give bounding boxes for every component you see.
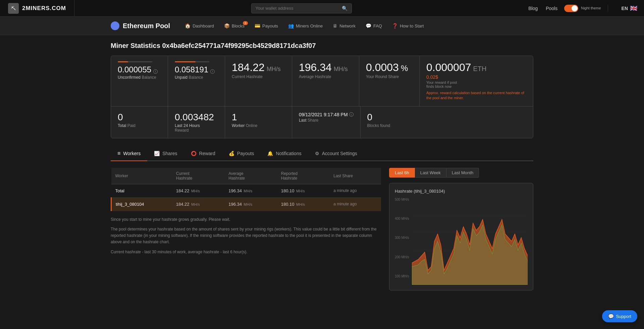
stats-bottom-row: 0 Total Paid 0.003482 Last 24 Hours Rewa… <box>111 107 533 138</box>
miners-icon: 👥 <box>288 23 294 28</box>
stat-blocks-found: 0 Blocks found <box>361 107 421 138</box>
search-input[interactable] <box>256 6 339 11</box>
last-share-label: Last Share <box>299 118 354 123</box>
y-label-200: 200 MH/s <box>395 255 409 259</box>
stat-worker-online: 1 Worker Online <box>225 107 292 138</box>
blocks-found-value: 0 <box>367 112 373 122</box>
average-hashrate-unit: MH/s <box>334 66 348 73</box>
average-total: 196.34 MH/s <box>224 184 277 197</box>
search-box: 🔍 <box>251 3 352 13</box>
lastshare-total: a minute ago <box>329 184 381 197</box>
reward-accent: 0.02$ <box>426 74 526 80</box>
total-paid-value: 0 <box>118 112 123 122</box>
tab-workers[interactable]: ≡ Workers <box>111 146 147 161</box>
tab-payouts[interactable]: 💰 Payouts <box>222 147 261 160</box>
nav-links: Blog Pools <box>528 6 557 11</box>
tabs: ≡ Workers 📈 Shares ⭕ Reward 💰 Payouts 🔔 … <box>111 146 533 161</box>
right-panel: Last 6h Last Week Last Month Hashrate (t… <box>389 168 533 290</box>
notifications-tab-icon: 🔔 <box>267 151 273 156</box>
shares-tab-label: Shares <box>162 151 177 156</box>
worker-name-total: Total <box>111 184 172 197</box>
time-btn-week[interactable]: Last Week <box>415 168 446 178</box>
chart-area: 500 MH/s 400 MH/s 300 MH/s 200 MH/s 100 … <box>395 198 528 285</box>
lang-area[interactable]: EN 🇬🇧 <box>615 5 637 12</box>
stat-round-share: 0.0003 % Your Round Share <box>359 56 420 106</box>
unpaid-progress-fill <box>175 61 196 62</box>
col-average: AverageHashrate <box>224 168 277 184</box>
table-row: tihij_3_080104 184.22 MH/s 196.34 MH/s 1… <box>111 197 381 211</box>
time-btn-6h[interactable]: Last 6h <box>389 168 415 178</box>
round-share-unit: % <box>401 64 408 73</box>
svg-marker-6 <box>412 225 528 285</box>
pool-nav-item-howto[interactable]: ❓ How to Start <box>387 20 429 31</box>
tab-reward[interactable]: ⭕ Reward <box>184 147 222 160</box>
dashboard-icon: 🏠 <box>185 23 191 28</box>
reward-value: 0.000007 <box>426 61 471 74</box>
tab-notifications[interactable]: 🔔 Notifications <box>261 147 308 160</box>
round-share-label: Your Round Share <box>366 74 413 79</box>
pool-nav-item-blocks[interactable]: 📦 Blocks 3 <box>219 20 249 31</box>
howto-icon: ❓ <box>392 23 398 28</box>
table-header-row: Worker CurrentHashrate AverageHashrate R… <box>111 168 381 184</box>
reported-row: 180.10 MH/s <box>277 197 330 211</box>
stat-info-share[interactable]: i <box>349 112 354 117</box>
logo-text: 2MINERS.COM <box>22 5 66 12</box>
worker-online-value: 1 <box>232 112 237 122</box>
chart-svg <box>412 198 528 285</box>
chart-title: Hashrate (tihij_3_080104) <box>395 189 528 194</box>
stat-unconfirmed: 0.000055 i Unconfirmed Balance <box>111 56 168 106</box>
table-row: Total 184.22 MH/s 196.34 MH/s 180.10 MH/… <box>111 184 381 197</box>
unconfirmed-progress <box>118 61 152 62</box>
logo-icon: ⛏ <box>8 3 19 14</box>
pool-nav-item-faq[interactable]: 💬 FAQ <box>361 20 387 31</box>
pool-nav-item-network[interactable]: 🖥 Network <box>328 20 360 31</box>
search-icon[interactable]: 🔍 <box>342 6 347 11</box>
blocks-found-label: Blocks found <box>367 123 414 128</box>
info-text-1: Since you start to mine your hashrate gr… <box>111 216 381 223</box>
stat-average-hashrate: 196.34 MH/s Average Hashrate <box>292 56 359 106</box>
chart-container: Hashrate (tihij_3_080104) 500 MH/s 400 M… <box>389 183 533 290</box>
eth-icon <box>111 21 119 30</box>
reward-unit: ETH <box>473 65 486 73</box>
unpaid-label: Unpaid Balance <box>175 75 218 80</box>
pool-nav-item-miners[interactable]: 👥 Miners Online <box>283 20 327 31</box>
pools-link[interactable]: Pools <box>546 6 557 11</box>
unconfirmed-progress-fill <box>118 61 128 62</box>
reward-note: Approx. reward calculation based on the … <box>426 90 526 101</box>
network-icon: 🖥 <box>333 23 337 28</box>
account-settings-tab-label: Account Settings <box>322 151 357 156</box>
stat-unpaid: 0.058191 i Unpaid Balance <box>168 56 225 106</box>
search-area: 🔍 <box>74 3 528 13</box>
col-reported: ReportedHashrate <box>277 168 330 184</box>
theme-toggle-area: Night theme <box>564 5 608 12</box>
reported-total: 180.10 MH/s <box>277 184 330 197</box>
tab-account-settings[interactable]: ⚙ Account Settings <box>308 147 364 160</box>
blog-link[interactable]: Blog <box>528 6 538 11</box>
pool-nav-item-payouts[interactable]: 💳 Payouts <box>250 20 283 31</box>
stat-info-unconfirmed[interactable]: i <box>153 69 158 74</box>
y-label-400: 400 MH/s <box>395 217 409 220</box>
night-theme-label: Night theme <box>581 6 601 10</box>
payouts-tab-icon: 💰 <box>229 151 234 156</box>
current-hashrate-unit: MH/s <box>267 66 281 73</box>
reward-label: Your reward if pool finds block now <box>426 80 526 88</box>
pool-nav: Ethereum Pool 🏠 Dashboard 📦 Blocks 3 💳 P… <box>0 17 644 35</box>
payouts-tab-label: Payouts <box>237 151 254 156</box>
tab-shares[interactable]: 📈 Shares <box>147 147 184 160</box>
time-btn-month[interactable]: Last Month <box>446 168 479 178</box>
stat-last24: 0.003482 Last 24 Hours Reward <box>168 107 225 138</box>
current-total: 184.22 MH/s <box>172 184 225 197</box>
left-panel: Worker CurrentHashrate AverageHashrate R… <box>111 168 381 290</box>
worker-name-row: tihij_3_080104 <box>111 197 172 211</box>
account-settings-tab-icon: ⚙ <box>315 151 319 156</box>
faq-label: FAQ <box>373 23 382 28</box>
theme-toggle[interactable] <box>564 5 578 12</box>
reward-tab-icon: ⭕ <box>191 151 197 156</box>
current-hashrate-value: 184.22 <box>232 61 265 74</box>
total-paid-label: Total Paid <box>118 123 161 128</box>
col-lastshare: Last Share <box>329 168 381 184</box>
stat-info-unpaid[interactable]: i <box>210 69 215 74</box>
average-hashrate-label: Average Hashrate <box>299 74 352 79</box>
faq-icon: 💬 <box>366 23 371 28</box>
pool-nav-item-dashboard[interactable]: 🏠 Dashboard <box>180 20 219 31</box>
